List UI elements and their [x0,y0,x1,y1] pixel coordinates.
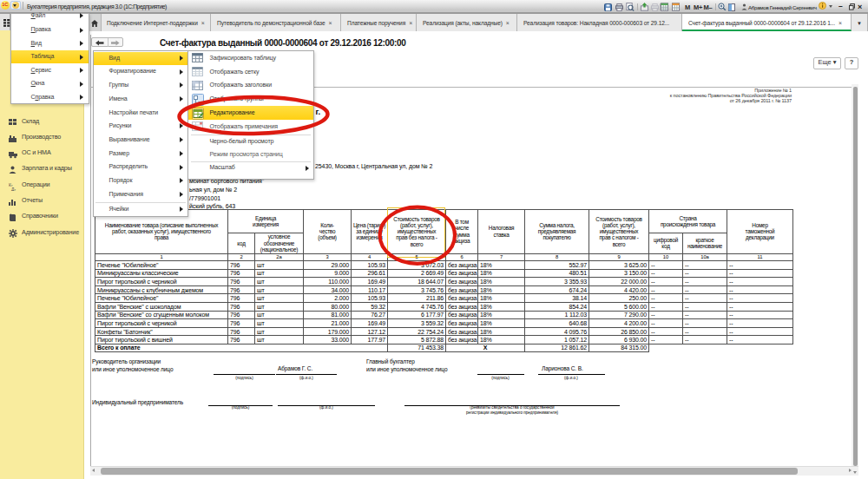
svg-text:Дт: Дт [11,186,16,191]
